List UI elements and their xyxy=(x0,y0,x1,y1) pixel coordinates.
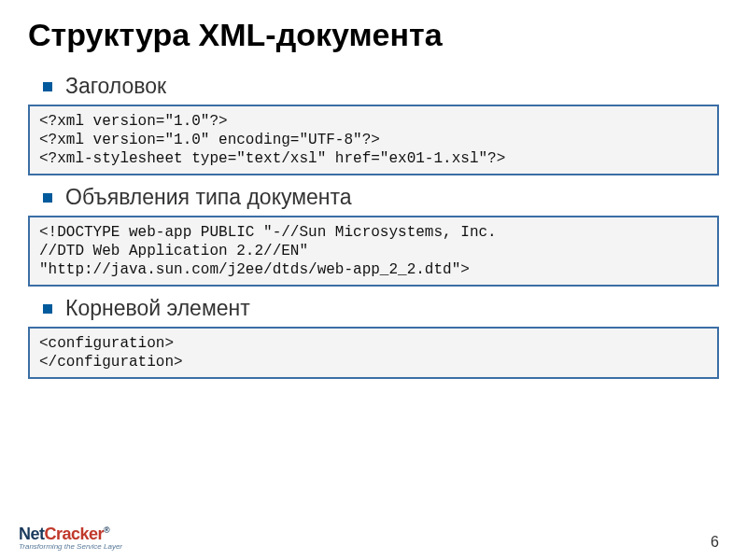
code-block-header: <?xml version="1.0"?> <?xml version="1.0… xyxy=(28,105,719,175)
page-number: 6 xyxy=(711,534,719,551)
slide-title: Структура XML-документа xyxy=(0,0,747,64)
logo: NetCracker® Transforming the Service Lay… xyxy=(19,525,122,551)
logo-tagline: Transforming the Service Layer xyxy=(19,542,122,551)
bullet-item-doctype: Объявления типа документа xyxy=(43,185,719,210)
logo-reg: ® xyxy=(104,525,109,535)
code-block-doctype: <!DOCTYPE web-app PUBLIC "-//Sun Microsy… xyxy=(28,216,719,287)
logo-prefix: Net xyxy=(19,525,45,543)
code-block-root: <configuration> </configuration> xyxy=(28,327,719,379)
logo-name: NetCracker® xyxy=(19,525,122,544)
footer: NetCracker® Transforming the Service Lay… xyxy=(19,525,719,551)
bullet-label: Заголовок xyxy=(65,74,166,99)
bullet-item-root: Корневой элемент xyxy=(43,296,719,321)
bullet-icon xyxy=(43,193,52,203)
bullet-icon xyxy=(43,82,52,91)
bullet-label: Объявления типа документа xyxy=(65,185,352,210)
slide-content: Заголовок <?xml version="1.0"?> <?xml ve… xyxy=(0,74,747,379)
bullet-label: Корневой элемент xyxy=(65,296,250,321)
logo-suffix: Cracker xyxy=(45,525,105,543)
bullet-item-header: Заголовок xyxy=(43,74,719,99)
bullet-icon xyxy=(43,304,52,314)
